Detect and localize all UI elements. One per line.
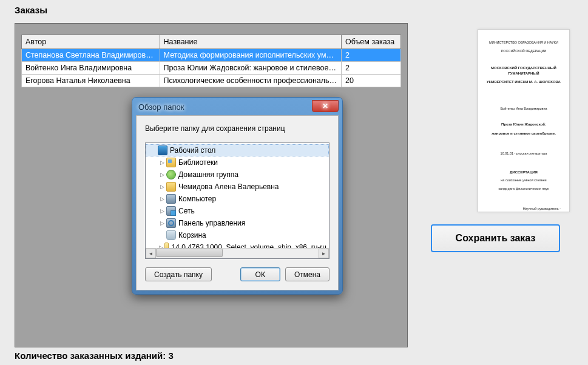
- preview-text: кандидата филологических наук: [483, 187, 564, 192]
- orders-table: Автор Название Объем заказа Степанова Св…: [21, 35, 401, 87]
- expand-icon[interactable]: ▷: [159, 184, 165, 190]
- tree-item-label: Компьютер: [178, 195, 216, 203]
- col-header-author[interactable]: Автор: [22, 35, 160, 49]
- table-row[interactable]: Егорова Наталья НиколаевнаПсихологически…: [22, 75, 401, 87]
- dialog-prompt: Выберите папку для сохранения страниц: [145, 124, 329, 133]
- scroll-track[interactable]: [156, 249, 319, 258]
- preview-text: Проза Юлии Жадовской:: [483, 122, 564, 127]
- tree-item[interactable]: ▷Чемидова Алена Валерьевна: [146, 181, 329, 193]
- expand-icon[interactable]: ▷: [159, 172, 165, 178]
- scroll-right-button[interactable]: ►: [319, 249, 329, 258]
- tree-item[interactable]: Рабочий стол: [146, 144, 329, 156]
- desktop-icon: [158, 146, 167, 155]
- dialog-titlebar[interactable]: Обзор папок ✕: [136, 101, 339, 115]
- lib-icon: [166, 158, 176, 167]
- net-icon: [166, 206, 176, 216]
- tree-item-label: Корзина: [178, 231, 206, 239]
- folder-tree[interactable]: Рабочий стол▷Библиотеки▷Домашняя группа▷…: [145, 142, 329, 259]
- page-title: Заказы: [15, 5, 47, 15]
- bin-icon: [166, 230, 176, 240]
- preview-text: жанровое и стилевое своеобразие.: [483, 131, 564, 136]
- expand-icon[interactable]: ▷: [159, 196, 165, 202]
- preview-text: ДИССЕРТАЦИЯ: [483, 170, 564, 175]
- comp-icon: [166, 194, 176, 204]
- tree-item[interactable]: Корзина: [146, 229, 329, 241]
- preview-text: РОССИЙСКОЙ ФЕДЕРАЦИИ: [483, 49, 564, 54]
- ok-button[interactable]: ОК: [240, 267, 280, 281]
- tree-item[interactable]: ▷Панель управления: [146, 217, 329, 229]
- scroll-thumb[interactable]: [156, 249, 223, 257]
- tree-item-label: Рабочий стол: [170, 146, 215, 155]
- save-order-button[interactable]: Сохранить заказ: [431, 224, 560, 252]
- orders-count-label: Количество заказанных изданий: 3: [15, 350, 174, 361]
- preview-text: МОСКОВСКИЙ ГОСУДАРСТВЕННЫЙ ГУМАНИТАРНЫЙ: [483, 65, 564, 76]
- tree-item[interactable]: ▷Домашняя группа: [146, 169, 329, 181]
- cell-author: Войтенко Инга Владимировна: [22, 62, 160, 75]
- dialog-title-text: Обзор папок: [138, 102, 184, 112]
- tree-item-label: Библиотеки: [178, 158, 218, 167]
- document-preview: МИНИСТЕРСТВО ОБРАЗОВАНИЯ И НАУКИ РОССИЙС…: [478, 29, 570, 212]
- tree-item-label: Панель управления: [178, 219, 245, 227]
- expand-icon[interactable]: ▷: [159, 208, 165, 214]
- orders-header-row: Автор Название Объем заказа: [22, 35, 401, 49]
- preview-text: МИНИСТЕРСТВО ОБРАЗОВАНИЯ И НАУКИ: [483, 41, 564, 45]
- tree-item-label: Чемидова Алена Валерьевна: [178, 182, 279, 191]
- ctl-icon: [166, 218, 176, 228]
- preview-text: УНИВЕРСИТЕТ ИМЕНИ М. А. ШОЛОХОВА: [483, 79, 564, 84]
- cell-volume: 2: [342, 62, 401, 75]
- cell-volume: 2: [342, 49, 401, 62]
- cell-title: Психологические особенности профессионал…: [160, 75, 341, 87]
- preview-text: Войтенко Инга Владимировна: [483, 107, 564, 112]
- horizontal-scrollbar[interactable]: ◄ ►: [146, 248, 329, 258]
- table-row[interactable]: Войтенко Инга ВладимировнаПроза Юлии Жад…: [22, 62, 401, 75]
- tree-item-label: Сеть: [178, 207, 195, 215]
- new-folder-button[interactable]: Создать папку: [145, 267, 212, 281]
- tree-item[interactable]: ▷Компьютер: [146, 193, 329, 205]
- expand-icon[interactable]: ▷: [159, 159, 165, 166]
- tree-item[interactable]: ▷Сеть: [146, 205, 329, 217]
- cell-volume: 20: [342, 75, 401, 87]
- preview-text: 10.01.01 - русская литература: [483, 152, 564, 156]
- close-icon: ✕: [322, 102, 328, 110]
- scroll-left-button[interactable]: ◄: [146, 249, 156, 258]
- cell-author: Егорова Наталья Николаевна: [22, 75, 160, 87]
- col-header-title[interactable]: Название: [160, 35, 341, 49]
- tree-item-label: Домашняя группа: [178, 170, 238, 179]
- preview-text: Научный руководитель -: [483, 207, 564, 212]
- cancel-button[interactable]: Отмена: [285, 267, 329, 281]
- dialog-close-button[interactable]: ✕: [312, 100, 339, 112]
- cell-author: Степанова Светлана Владимировна...: [22, 49, 160, 62]
- cell-title: Проза Юлии Жадовской: жанровое и стилево…: [160, 62, 341, 75]
- tree-item[interactable]: ▷Библиотеки: [146, 156, 329, 169]
- folder-browse-dialog: Обзор папок ✕ Выберите папку для сохране…: [132, 97, 343, 295]
- cell-title: Методика формирования исполнительских ум…: [160, 49, 341, 62]
- table-row[interactable]: Степанова Светлана Владимировна...Методи…: [22, 49, 401, 62]
- preview-text: на соискание учёной степени: [483, 178, 564, 183]
- expand-icon[interactable]: ▷: [159, 220, 165, 226]
- col-header-volume[interactable]: Объем заказа: [342, 35, 401, 49]
- home-icon: [166, 170, 176, 179]
- user-icon: [166, 182, 176, 192]
- dialog-body: Выберите папку для сохранения страниц Ра…: [136, 115, 339, 290]
